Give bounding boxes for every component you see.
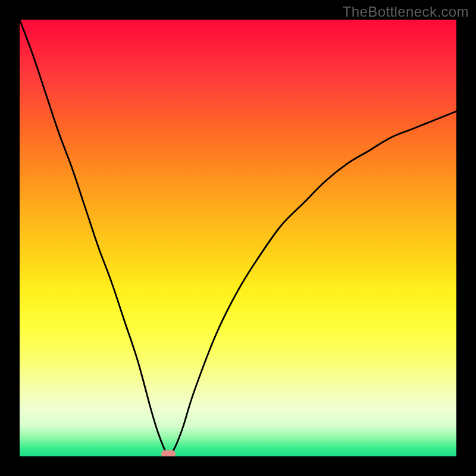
optimal-point-marker (161, 450, 176, 456)
curve-path (20, 20, 456, 456)
chart-frame: TheBottleneck.com (0, 0, 476, 476)
watermark-text: TheBottleneck.com (343, 4, 469, 20)
bottleneck-curve (20, 20, 456, 456)
plot-area (20, 20, 456, 456)
